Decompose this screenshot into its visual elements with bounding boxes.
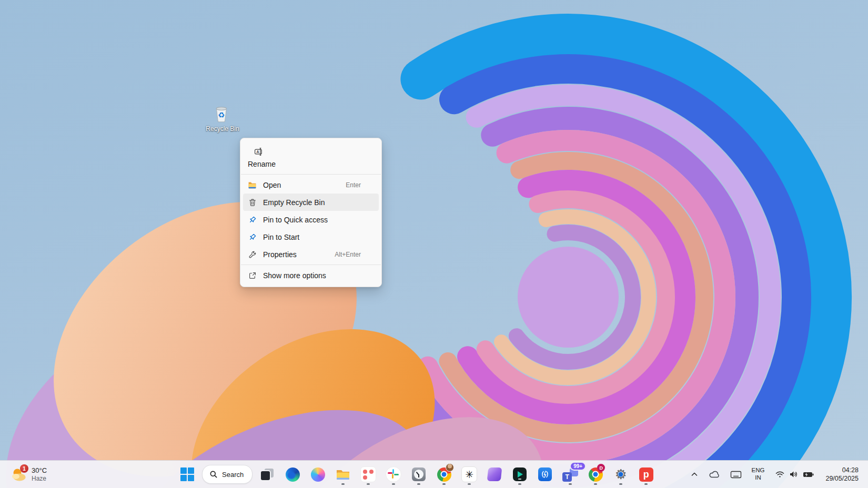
profile-avatar (446, 463, 454, 472)
slack-icon (386, 466, 401, 482)
context-menu: A Rename Open Enter (240, 138, 382, 287)
taskbar-app-chatgpt[interactable]: ✳ (459, 463, 480, 486)
weather-condition: Haze (32, 475, 47, 482)
medal-play-icon (513, 467, 527, 481)
menu-item-pin-to-quick-access[interactable]: Pin to Quick access (243, 211, 379, 228)
task-view-icon (260, 467, 274, 481)
menu-item-properties[interactable]: Properties Alt+Enter (243, 246, 379, 263)
taskbar-center: Search (177, 461, 657, 488)
clock-app-icon (412, 467, 426, 481)
teams-notification-badge: 99+ (570, 462, 586, 471)
widget-notification-badge: 1 (20, 464, 28, 473)
copilot-icon (311, 467, 325, 482)
taskbar-app-teams[interactable]: 99+ (560, 463, 581, 486)
volume-icon (789, 470, 799, 479)
weather-icon: 1 (11, 466, 27, 483)
taskbar-app-filmora[interactable] (484, 463, 505, 486)
taskbar-app-sync[interactable] (534, 463, 556, 486)
pin-icon (248, 232, 257, 241)
recycle-bin-desktop-icon[interactable]: ♻ Recycle Bin (204, 102, 241, 133)
taskbar-app-picsart[interactable]: p (635, 463, 657, 486)
touch-keyboard-button[interactable] (729, 465, 743, 484)
wrench-icon (248, 250, 257, 259)
widgets-button[interactable]: 1 30°C Haze (5, 461, 52, 488)
search-label: Search (222, 471, 244, 479)
pin-icon (248, 215, 257, 224)
menu-item-open[interactable]: Open Enter (243, 176, 379, 194)
windows-logo-icon (180, 467, 194, 481)
chatgpt-icon: ✳ (461, 466, 477, 482)
taskbar-app-chrome-work[interactable]: D (585, 463, 606, 486)
taskbar-app-copilot[interactable] (307, 463, 328, 486)
running-indicator (644, 483, 648, 485)
svg-text:A: A (257, 150, 259, 154)
rename-icon: A (254, 147, 264, 156)
menu-item-label: Pin to Quick access (263, 216, 328, 224)
taskbar-app-settings[interactable]: ⚙ (610, 463, 631, 486)
folder-icon (248, 180, 257, 189)
running-indicator (518, 483, 521, 485)
running-indicator (442, 483, 446, 485)
menu-item-empty-recycle-bin[interactable]: Empty Recycle Bin (243, 194, 379, 211)
wallpaper-bloom (0, 0, 868, 488)
onedrive-button[interactable] (707, 465, 722, 484)
rename-button[interactable]: A (251, 145, 267, 158)
taskbar: 1 30°C Haze Search (0, 460, 868, 488)
taskbar-app-asana[interactable] (358, 463, 379, 486)
svg-text:♻: ♻ (218, 110, 225, 119)
sync-app-icon (538, 467, 552, 481)
tray-date: 29/05/2025 (825, 474, 859, 483)
context-menu-top-row: A Rename (240, 141, 381, 172)
menu-separator (241, 174, 381, 175)
wifi-icon (775, 470, 785, 479)
menu-item-label: Properties (263, 250, 297, 259)
tray-chevron-button[interactable] (689, 465, 700, 484)
running-indicator (341, 483, 345, 485)
running-indicator (569, 483, 572, 485)
asana-icon (360, 466, 376, 482)
task-view-button[interactable] (257, 463, 278, 486)
show-more-options-icon (248, 271, 257, 280)
running-indicator (367, 483, 370, 485)
filmora-icon (487, 467, 502, 481)
running-indicator (594, 483, 597, 485)
taskbar-app-chrome-profile[interactable] (433, 463, 455, 486)
language-switcher[interactable]: ENG IN (750, 465, 766, 484)
weather-temperature: 30°C (32, 466, 47, 475)
quick-settings-button[interactable] (773, 465, 816, 484)
keyboard-icon (730, 470, 742, 479)
menu-item-label: Show more options (263, 271, 326, 280)
start-button[interactable] (177, 463, 198, 486)
trash-icon (248, 198, 257, 207)
chevron-up-icon (690, 470, 699, 479)
recycle-bin-icon: ♻ (213, 102, 233, 124)
file-explorer-icon (336, 468, 350, 481)
search-box[interactable]: Search (202, 465, 253, 484)
recycle-bin-label: Recycle Bin (206, 125, 239, 133)
running-indicator (392, 483, 395, 485)
menu-item-label: Empty Recycle Bin (263, 198, 325, 207)
menu-item-shortcut: Alt+Enter (335, 251, 375, 258)
desktop: ♻ Recycle Bin A Rename (0, 0, 868, 488)
taskbar-app-medal[interactable] (509, 463, 530, 486)
weather-text: 30°C Haze (32, 466, 47, 482)
battery-charging-icon (803, 470, 814, 479)
taskbar-app-slack[interactable] (383, 463, 404, 486)
menu-separator (241, 265, 381, 265)
chrome-profile-badge: D (597, 464, 605, 472)
rename-label: Rename (248, 160, 381, 168)
edge-icon (286, 467, 300, 482)
cloud-icon (709, 470, 720, 479)
running-indicator (468, 483, 471, 485)
menu-item-show-more-options[interactable]: Show more options (243, 267, 379, 284)
tray-time: 04:28 (842, 466, 859, 474)
taskbar-app-clock[interactable] (408, 463, 429, 486)
running-indicator (619, 483, 622, 485)
clock-date-button[interactable]: 04:28 29/05/2025 (823, 465, 861, 484)
language-line1: ENG (752, 467, 765, 474)
menu-item-pin-to-start[interactable]: Pin to Start (243, 228, 379, 246)
taskbar-app-file-explorer[interactable] (332, 463, 354, 486)
picsart-icon: p (639, 467, 653, 482)
menu-item-label: Open (263, 181, 281, 189)
taskbar-app-edge[interactable] (282, 463, 303, 486)
